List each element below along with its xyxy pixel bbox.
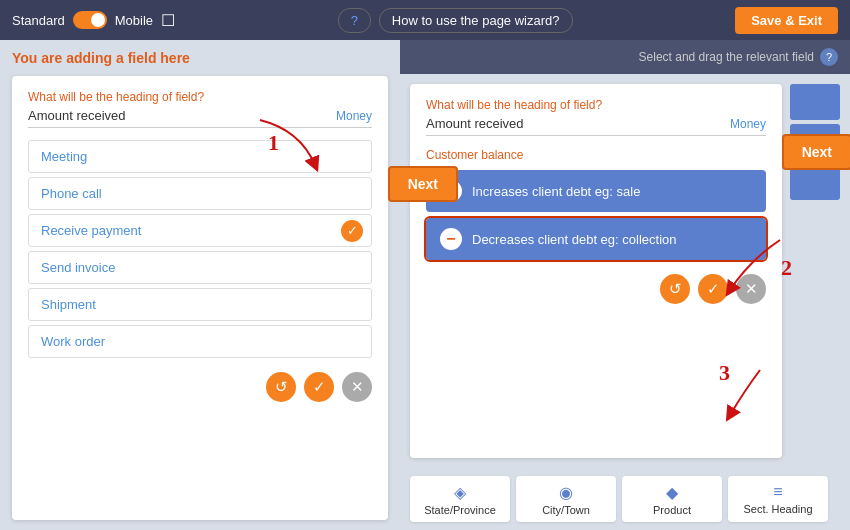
- right-card: What will be the heading of field? Money…: [410, 84, 782, 458]
- bottom-tiles: ◈ State/Province ◉ City/Town ◆ Product ≡…: [400, 468, 850, 530]
- list-item-receive-payment[interactable]: Receive payment ✓: [28, 214, 372, 247]
- topbar-left: Standard Mobile ☐: [12, 11, 175, 30]
- mobile-label: Mobile: [115, 13, 153, 28]
- minus-icon: −: [440, 228, 462, 250]
- right-next-button[interactable]: Next: [782, 134, 850, 170]
- right-field-heading-input[interactable]: [426, 116, 730, 131]
- field-heading-question: What will be the heading of field?: [28, 90, 372, 104]
- field-heading-input[interactable]: [28, 108, 336, 123]
- topbar-center: ? How to use the page wizard?: [175, 12, 735, 28]
- right-section: Select and drag the relevant field ? Wha…: [400, 40, 850, 530]
- tile-city-town[interactable]: ◉ City/Town: [516, 476, 616, 522]
- right-field-type: Money: [730, 117, 766, 131]
- tile-product[interactable]: ◆ Product: [622, 476, 722, 522]
- balance-option-decreases-label: Decreases client debt eg: collection: [472, 232, 677, 247]
- list-items-container: Meeting Phone call Receive payment ✓ Sen…: [28, 140, 372, 358]
- list-item-phone-call[interactable]: Phone call: [28, 177, 372, 210]
- save-exit-button[interactable]: Save & Exit: [735, 7, 838, 34]
- help-icon[interactable]: ?: [820, 48, 838, 66]
- check-icon: ✓: [341, 220, 363, 242]
- right-card-footer: ↺ ✓ ✕: [426, 274, 766, 304]
- list-item-label: Shipment: [41, 297, 96, 312]
- product-icon: ◆: [666, 483, 678, 502]
- topbar-title: How to use the page wizard?: [379, 8, 573, 33]
- balance-label: Customer balance: [426, 148, 766, 162]
- right-field-heading-row: Money: [426, 116, 766, 136]
- balance-option-decreases[interactable]: − Decreases client debt eg: collection: [426, 218, 766, 260]
- left-card-footer: ↺ ✓ ✕: [28, 372, 372, 402]
- standard-mobile-toggle[interactable]: [73, 11, 107, 29]
- list-item-label: Work order: [41, 334, 105, 349]
- list-item-meeting[interactable]: Meeting: [28, 140, 372, 173]
- topbar-right: Save & Exit: [735, 7, 838, 34]
- standard-label: Standard: [12, 13, 65, 28]
- topbar: Standard Mobile ☐ ? How to use the page …: [0, 0, 850, 40]
- right-refresh-button[interactable]: ↺: [660, 274, 690, 304]
- help-question-icon: ?: [338, 8, 371, 33]
- state-province-icon: ◈: [454, 483, 466, 502]
- right-confirm-button[interactable]: ✓: [698, 274, 728, 304]
- tile-sect-heading-label: Sect. Heading: [743, 503, 812, 515]
- city-town-icon: ◉: [559, 483, 573, 502]
- sect-heading-icon: ≡: [773, 483, 782, 501]
- left-next-button[interactable]: Next: [388, 166, 458, 202]
- list-item-label: Send invoice: [41, 260, 115, 275]
- right-field-heading-question: What will be the heading of field?: [426, 98, 766, 112]
- field-heading-row: Money: [28, 108, 372, 128]
- mobile-icon: ☐: [161, 11, 175, 30]
- list-item-label: Meeting: [41, 149, 87, 164]
- right-close-button[interactable]: ✕: [736, 274, 766, 304]
- strip-block-1: [790, 84, 840, 120]
- right-topbar: Select and drag the relevant field ?: [400, 40, 850, 74]
- tile-state-province-label: State/Province: [424, 504, 496, 516]
- adding-field-label: You are adding a field here: [12, 50, 388, 66]
- main-area: You are adding a field here What will be…: [0, 40, 850, 530]
- list-item-work-order[interactable]: Work order: [28, 325, 372, 358]
- select-drag-label: Select and drag the relevant field: [639, 50, 814, 64]
- left-panel: You are adding a field here What will be…: [0, 40, 400, 530]
- field-type-left: Money: [336, 109, 372, 123]
- right-content: What will be the heading of field? Money…: [400, 74, 850, 468]
- list-item-send-invoice[interactable]: Send invoice: [28, 251, 372, 284]
- tile-state-province[interactable]: ◈ State/Province: [410, 476, 510, 522]
- close-button[interactable]: ✕: [342, 372, 372, 402]
- balance-option-increases-label: Increases client debt eg: sale: [472, 184, 640, 199]
- list-item-label: Receive payment: [41, 223, 141, 238]
- balance-option-increases[interactable]: + Increases client debt eg: sale: [426, 170, 766, 212]
- tile-sect-heading[interactable]: ≡ Sect. Heading: [728, 476, 828, 522]
- list-item-label: Phone call: [41, 186, 102, 201]
- list-item-shipment[interactable]: Shipment: [28, 288, 372, 321]
- tile-city-town-label: City/Town: [542, 504, 590, 516]
- left-card: What will be the heading of field? Money…: [12, 76, 388, 520]
- tile-product-label: Product: [653, 504, 691, 516]
- confirm-button[interactable]: ✓: [304, 372, 334, 402]
- refresh-button[interactable]: ↺: [266, 372, 296, 402]
